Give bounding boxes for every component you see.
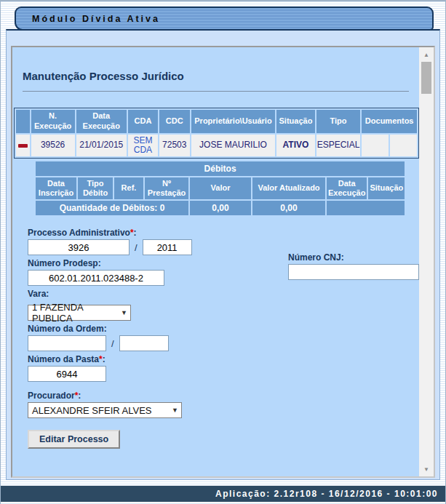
debitos-title-row: Débitos — [36, 161, 405, 176]
numero-prodesp-input[interactable] — [28, 270, 164, 286]
cell-tipo: ESPECIAL — [316, 135, 361, 156]
cell-n-execucao: 39526 — [31, 135, 75, 156]
deb-header-tipo-debito: Tipo Débito — [78, 177, 113, 199]
process-table: N. Execução Data Execução CDA CDC Propri… — [14, 108, 419, 159]
status-text: Aplicação: 2.12r108 - 16/12/2016 - 10:01… — [215, 489, 438, 499]
numero-ordem-label: Número da Ordem: — [28, 324, 419, 334]
vara-select[interactable]: 1 FAZENDA PUBLICA ▼ — [28, 305, 131, 321]
dropdown-arrow-icon: ▼ — [121, 309, 127, 316]
page-title: Manutenção Processo Jurídico — [23, 70, 419, 82]
column-header-cda: CDA — [128, 110, 158, 133]
sem-cda-link[interactable]: SEM CDA — [132, 136, 154, 155]
scrollbar-thumb[interactable] — [421, 62, 431, 94]
cell-cda: SEM CDA — [128, 135, 158, 156]
numero-cnj-block: Número CNJ: — [288, 249, 419, 280]
deb-header-situacao: Situação — [368, 177, 405, 199]
debitos-footer-empty — [327, 201, 405, 215]
scrollbar-up-arrow-icon[interactable]: ▲ — [419, 49, 434, 60]
deb-header-valor: Valor — [190, 177, 251, 199]
deb-header-valor-atualizado: Valor Atualizado — [252, 177, 325, 199]
column-header-tipo: Tipo — [316, 110, 361, 133]
deb-header-ref: Ref. — [114, 177, 143, 199]
debitos-valor-total: 0,00 — [190, 201, 251, 215]
debitos-header-row: Data Inscrição Tipo Débito Ref. Nº Prest… — [36, 177, 405, 199]
procurador-label: Procurador*: — [28, 391, 419, 401]
debitos-count: Quantidade de Débitos: 0 — [36, 201, 188, 215]
processo-administrativo-label: Processo Administrativo*: — [28, 228, 419, 238]
deb-header-data-inscricao: Data Inscrição — [36, 177, 76, 199]
cell-situacao: ATIVO — [276, 135, 314, 156]
content-area: Manutenção Processo Jurídico N. Execução… — [11, 46, 435, 478]
numero-pasta-input[interactable] — [28, 366, 106, 382]
numero-cnj-input[interactable] — [288, 264, 419, 280]
debitos-title: Débitos — [36, 161, 405, 176]
column-header-proprietario: Proprietário\Usuário — [191, 110, 276, 133]
process-table-header-row: N. Execução Data Execução CDA CDC Propri… — [16, 110, 417, 133]
vertical-scrollbar[interactable]: ▲ ▼ — [419, 47, 434, 476]
processo-administrativo-numero-input[interactable] — [28, 239, 130, 255]
numero-ordem-numero-input[interactable] — [28, 335, 106, 351]
module-header-tab: Módulo Dívida Ativa — [15, 7, 434, 31]
column-header-icon — [16, 110, 30, 133]
vara-selected-value: 1 FAZENDA PUBLICA — [32, 302, 115, 324]
editar-processo-button[interactable]: Editar Processo — [28, 430, 120, 449]
debitos-valor-atualizado-total: 0,00 — [252, 201, 325, 215]
procurador-select[interactable]: ALEXANDRE SFEIR ALVES ▼ — [28, 402, 182, 418]
column-header-data-execucao: Data Execução — [76, 110, 127, 133]
numero-ordem-ano-input[interactable] — [119, 335, 169, 351]
column-header-situacao: Situação — [276, 110, 314, 133]
module-panel: Manutenção Processo Jurídico N. Execução… — [6, 29, 440, 480]
module-title: Módulo Dívida Ativa — [32, 14, 160, 24]
cell-proprietario: JOSE MAURILIO — [191, 135, 276, 156]
column-header-n-execucao: N. Execução — [31, 110, 75, 133]
procurador-selected-value: ALEXANDRE SFEIR ALVES — [32, 405, 152, 416]
numero-pasta-label: Número da Pasta*: — [28, 354, 419, 364]
row-action-cell — [16, 135, 30, 156]
table-row: 39526 21/01/2015 SEM CDA 72503 JOSE MAUR… — [16, 135, 417, 156]
title-divider — [23, 91, 409, 92]
scrollbar-down-arrow-icon[interactable]: ▼ — [419, 463, 434, 475]
status-bar: Aplicação: 2.12r108 - 16/12/2016 - 10:01… — [1, 485, 445, 502]
deb-header-n-prestacao: Nº Prestação — [145, 177, 188, 199]
cell-data-execucao: 21/01/2015 — [76, 135, 127, 156]
vara-label: Vara: — [28, 289, 419, 299]
column-header-documentos: Documentos — [362, 110, 417, 133]
separator-slash: / — [135, 242, 138, 253]
column-header-cdc: CDC — [159, 110, 190, 133]
processo-administrativo-ano-input[interactable] — [143, 239, 192, 255]
remove-icon[interactable] — [18, 144, 28, 148]
dropdown-arrow-icon: ▼ — [172, 407, 178, 414]
cell-documento-1 — [362, 135, 389, 156]
numero-cnj-label: Número CNJ: — [288, 252, 419, 263]
debitos-footer-row: Quantidade de Débitos: 0 0,00 0,00 — [36, 201, 405, 215]
cell-cdc: 72503 — [159, 135, 190, 156]
cell-documento-2 — [390, 135, 417, 156]
scroll-area: Manutenção Processo Jurídico N. Execução… — [12, 47, 419, 476]
separator-slash: / — [111, 338, 114, 349]
process-form: Processo Administrativo*: / Número Prode… — [28, 228, 419, 449]
debitos-table: Débitos Data Inscrição Tipo Débito Ref. … — [34, 160, 406, 217]
deb-header-data-execucao: Data Execução — [327, 177, 367, 199]
